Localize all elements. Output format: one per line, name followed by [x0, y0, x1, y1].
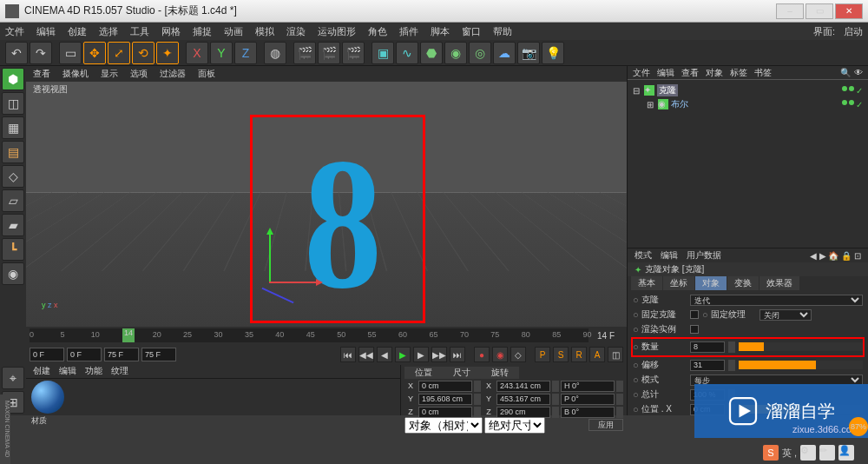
- count-slider[interactable]: [739, 342, 863, 351]
- mat-tab-tex[interactable]: 纹理: [111, 365, 128, 378]
- ime-lang[interactable]: 英 ,: [782, 447, 797, 460]
- last-tool[interactable]: ✦: [156, 42, 179, 64]
- material-preview[interactable]: [31, 381, 64, 414]
- workplane-mode[interactable]: ▤: [2, 141, 24, 163]
- rot-p-field[interactable]: P 0°: [561, 394, 615, 405]
- viewtab-camera[interactable]: 摄像机: [62, 68, 89, 80]
- record-button[interactable]: ●: [474, 347, 490, 362]
- timeline-ruler[interactable]: 0 510 2025 3035 4045 5055 6065 7075 8085…: [26, 327, 627, 344]
- om-tab-edit[interactable]: 编辑: [657, 67, 674, 79]
- menu-snap[interactable]: 捕捉: [193, 25, 212, 38]
- timeline-cursor[interactable]: 14: [122, 328, 135, 342]
- layout-select[interactable]: 启动: [844, 25, 863, 38]
- fix-clone-check[interactable]: [690, 310, 699, 319]
- attr-tab-transform[interactable]: 变换: [727, 276, 759, 290]
- play-button[interactable]: ▶: [395, 347, 411, 362]
- goto-start-button[interactable]: ⏮: [340, 347, 356, 362]
- axis-z-toggle[interactable]: Z: [234, 42, 257, 64]
- add-deformer[interactable]: ◎: [469, 42, 491, 64]
- autokey-button[interactable]: ◉: [492, 347, 508, 362]
- size-y-field[interactable]: 453.167 cm: [496, 394, 550, 405]
- maximize-button[interactable]: ▭: [806, 3, 833, 19]
- edge-mode[interactable]: ▱: [2, 189, 24, 212]
- snap-toggle[interactable]: ⌖: [2, 367, 24, 389]
- om-tab-object[interactable]: 对象: [706, 67, 723, 79]
- tray-icon-2[interactable]: ✏: [819, 445, 835, 461]
- undo-button[interactable]: ↶: [5, 42, 28, 64]
- attr-userdata[interactable]: 用户数据: [687, 249, 721, 262]
- clone-mode-select[interactable]: 迭代: [690, 295, 863, 306]
- poly-mode[interactable]: ▰: [2, 214, 24, 236]
- add-nurbs[interactable]: ⬣: [420, 42, 443, 64]
- size-x-field[interactable]: 243.141 cm: [496, 381, 550, 392]
- key-pos-toggle[interactable]: P: [535, 347, 550, 362]
- render-view[interactable]: 🎬: [293, 42, 316, 64]
- close-button[interactable]: ✕: [835, 3, 863, 19]
- tray-icon-3[interactable]: 👤: [838, 445, 854, 461]
- scale-tool[interactable]: ⤢: [108, 42, 130, 64]
- next-key-button[interactable]: ▶▶: [431, 347, 447, 362]
- menu-mesh[interactable]: 网格: [161, 25, 181, 38]
- menu-sim[interactable]: 模拟: [255, 25, 274, 38]
- fix-tex-select[interactable]: 关闭: [760, 309, 812, 321]
- keyframe-sel-button[interactable]: ◇: [510, 347, 526, 362]
- add-light[interactable]: 💡: [542, 42, 564, 64]
- viewtab-filter[interactable]: 过滤器: [160, 68, 186, 80]
- render-region[interactable]: 🎬: [318, 42, 340, 64]
- range-start-field[interactable]: 0 F: [67, 348, 102, 361]
- rotate-tool[interactable]: ⟲: [132, 42, 155, 64]
- end-frame-field[interactable]: 75 F: [141, 348, 176, 361]
- om-tab-tags[interactable]: 标签: [730, 67, 747, 79]
- attr-tab-effector[interactable]: 效果器: [760, 276, 799, 290]
- start-frame-field[interactable]: 0 F: [30, 348, 64, 361]
- tree-item-clone[interactable]: ⊟✦ 克隆 ✓: [633, 83, 863, 97]
- pos-y-field[interactable]: 195.608 cm: [418, 394, 472, 405]
- mat-tab-func[interactable]: 功能: [85, 365, 102, 378]
- coord-mode2[interactable]: 绝对尺寸: [484, 417, 545, 434]
- menu-tools[interactable]: 工具: [130, 25, 149, 38]
- menu-char[interactable]: 角色: [368, 25, 387, 38]
- viewtab-options[interactable]: 选项: [130, 68, 148, 80]
- attr-tab-coord[interactable]: 坐标: [663, 276, 694, 290]
- tree-item-bool[interactable]: ⊞◉ 布尔 ✓: [633, 97, 863, 111]
- eye-icon[interactable]: 👁: [854, 68, 863, 77]
- viewtab-panel[interactable]: 面板: [198, 68, 215, 80]
- axis-y-toggle[interactable]: Y: [210, 42, 233, 64]
- key-param-toggle[interactable]: A: [589, 347, 605, 362]
- point-mode[interactable]: ◇: [2, 165, 24, 188]
- add-spline[interactable]: ∿: [396, 42, 418, 64]
- add-generator[interactable]: ◉: [444, 42, 467, 64]
- attr-tab-basic[interactable]: 基本: [631, 276, 662, 290]
- offset-field[interactable]: 31: [690, 360, 725, 371]
- key-scale-toggle[interactable]: S: [553, 347, 569, 362]
- search-icon[interactable]: 🔍: [840, 68, 851, 77]
- next-frame-button[interactable]: ▶: [413, 347, 429, 362]
- key-pla-toggle[interactable]: ◫: [608, 347, 623, 362]
- texture-mode[interactable]: ▦: [2, 116, 24, 139]
- goto-end-button[interactable]: ⏭: [450, 347, 465, 362]
- menu-file[interactable]: 文件: [5, 25, 24, 38]
- prev-key-button[interactable]: ◀◀: [358, 347, 374, 362]
- menu-anim[interactable]: 动画: [224, 25, 243, 38]
- coord-system[interactable]: ◍: [264, 42, 286, 64]
- om-tab-view[interactable]: 查看: [681, 67, 699, 79]
- viewport-perspective[interactable]: 透视视图 8 y z x: [26, 82, 627, 327]
- ime-icon[interactable]: S: [763, 445, 779, 461]
- om-tab-file[interactable]: 文件: [633, 67, 650, 79]
- minimize-button[interactable]: –: [776, 3, 804, 19]
- model-mode[interactable]: ◫: [2, 92, 24, 115]
- viewtab-display[interactable]: 显示: [101, 68, 118, 80]
- attr-tab-object[interactable]: 对象: [695, 276, 727, 290]
- tray-icon-1[interactable]: ⚙: [800, 445, 816, 461]
- prev-frame-button[interactable]: ◀: [377, 347, 392, 362]
- add-environment[interactable]: ☁: [493, 42, 516, 64]
- menu-select[interactable]: 选择: [99, 25, 118, 38]
- axis-mode[interactable]: ┗: [2, 238, 24, 261]
- apply-button[interactable]: 应用: [589, 419, 623, 431]
- key-rot-toggle[interactable]: R: [571, 347, 587, 362]
- menu-help[interactable]: 帮助: [493, 25, 512, 38]
- rot-h-field[interactable]: H 0°: [561, 381, 615, 392]
- tweak-mode[interactable]: ◉: [2, 262, 24, 285]
- attr-mode[interactable]: 模式: [635, 249, 652, 262]
- add-camera[interactable]: 📷: [517, 42, 540, 64]
